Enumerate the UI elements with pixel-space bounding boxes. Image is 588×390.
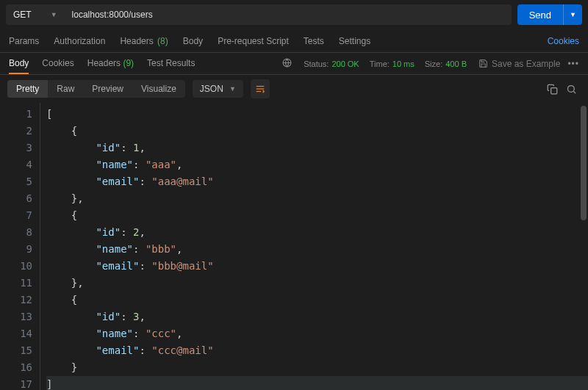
tab-prerequest[interactable]: Pre-request Script (218, 36, 289, 46)
http-method-select[interactable]: GET ▼ (6, 4, 65, 25)
status-meta: Status: 200 OK (304, 59, 359, 68)
format-select[interactable]: JSON ▼ (193, 80, 243, 98)
tab-body[interactable]: Body (183, 36, 203, 46)
tab-headers[interactable]: Headers (8) (120, 36, 168, 46)
line-gutter: 1234567891011121314151617 (0, 103, 40, 390)
save-as-example-button[interactable]: Save as Example (478, 59, 560, 69)
view-mode-group: Pretty Raw Preview Visualize (7, 80, 185, 98)
search-icon[interactable] (562, 79, 581, 98)
request-bar: GET ▼ Send ▼ (0, 0, 588, 29)
resp-tab-headers[interactable]: Headers (9) (87, 58, 134, 69)
request-tabs: Params Authorization Headers (8) Body Pr… (0, 29, 588, 53)
resp-tab-test-results[interactable]: Test Results (147, 58, 195, 69)
tab-authorization[interactable]: Authorization (54, 36, 105, 46)
response-body[interactable]: 1234567891011121314151617 [ { "id": 1, "… (0, 103, 588, 390)
tab-params[interactable]: Params (9, 36, 39, 46)
svg-rect-4 (551, 87, 556, 93)
view-raw[interactable]: Raw (48, 80, 83, 98)
http-method-label: GET (13, 10, 32, 20)
send-button-label: Send (517, 10, 563, 21)
wrap-lines-button[interactable] (251, 79, 270, 98)
scrollbar[interactable] (581, 106, 587, 220)
response-header: Body Cookies Headers (9) Test Results St… (0, 53, 588, 75)
view-preview[interactable]: Preview (83, 80, 132, 98)
tab-settings[interactable]: Settings (339, 36, 370, 46)
cookies-link[interactable]: Cookies (548, 36, 579, 46)
send-button[interactable]: Send ▼ (517, 4, 582, 25)
resp-tab-cookies[interactable]: Cookies (42, 58, 74, 69)
svg-point-5 (567, 85, 574, 92)
resp-tab-body[interactable]: Body (9, 58, 29, 74)
copy-icon[interactable] (542, 79, 562, 98)
url-input[interactable] (65, 4, 512, 25)
chevron-down-icon: ▼ (229, 85, 236, 93)
chevron-down-icon[interactable]: ▼ (563, 4, 582, 25)
time-meta: Time: 10 ms (370, 59, 415, 68)
view-pretty[interactable]: Pretty (7, 80, 48, 98)
view-visualize[interactable]: Visualize (132, 80, 185, 98)
chevron-down-icon: ▼ (51, 11, 57, 18)
size-meta: Size: 400 B (425, 59, 467, 68)
tab-tests[interactable]: Tests (304, 36, 324, 46)
more-icon[interactable]: ••• (567, 59, 579, 69)
code-content[interactable]: [ { "id": 1, "name": "aaa", "email": "aa… (40, 103, 588, 390)
viewer-toolbar: Pretty Raw Preview Visualize JSON ▼ (0, 75, 588, 103)
response-tabs: Body Cookies Headers (9) Test Results (9, 58, 195, 69)
svg-line-6 (573, 91, 576, 93)
globe-icon[interactable] (282, 58, 292, 70)
